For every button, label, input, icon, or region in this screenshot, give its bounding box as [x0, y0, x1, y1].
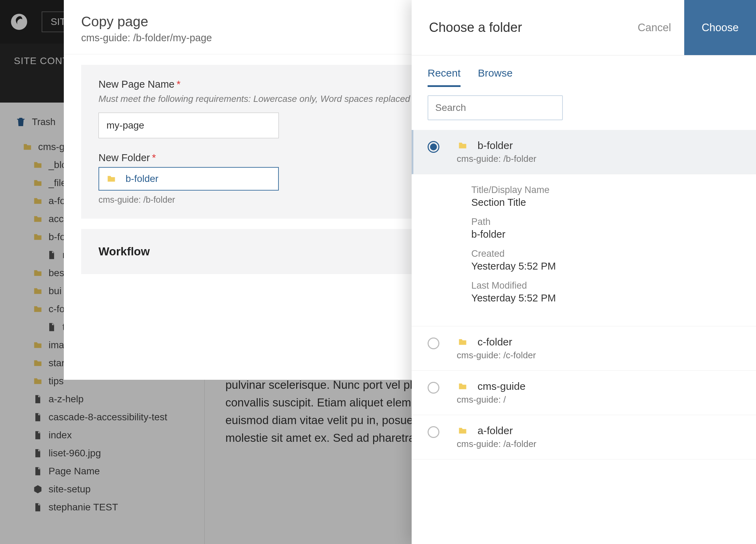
- detail-label: Last Modified: [471, 280, 746, 291]
- detail-value: b-folder: [471, 229, 746, 240]
- modal-title: Copy page: [81, 14, 463, 29]
- folder-name: c-folder: [478, 336, 512, 348]
- folder-list-item[interactable]: c-foldercms-guide: /c-folder: [412, 326, 756, 371]
- selected-folder-name: b-folder: [126, 173, 158, 184]
- panel-title: Choose a folder: [412, 0, 625, 55]
- folder-icon: [457, 337, 469, 347]
- page-name-label: New Page Name*: [98, 79, 445, 90]
- folder-list-item[interactable]: cms-guidecms-guide: /: [412, 371, 756, 415]
- folder-icon: [457, 426, 469, 436]
- workflow-card: Workflow: [81, 229, 463, 274]
- radio-button[interactable]: [428, 382, 439, 394]
- search-input[interactable]: [428, 95, 563, 120]
- choose-folder-panel: Choose a folder Cancel Choose Recent Bro…: [412, 0, 756, 544]
- detail-value: Section Title: [471, 197, 746, 208]
- folder-icon: [457, 381, 469, 391]
- detail-label: Created: [471, 248, 746, 259]
- page-name-input[interactable]: [98, 113, 279, 138]
- radio-button[interactable]: [428, 337, 439, 349]
- folder-name: cms-guide: [478, 380, 525, 392]
- folder-selector[interactable]: b-folder: [98, 167, 279, 191]
- folder-list: b-foldercms-guide: /b-folderTitle/Displa…: [412, 130, 756, 544]
- folder-name: b-folder: [478, 140, 513, 151]
- selected-folder-path: cms-guide: /b-folder: [98, 195, 445, 205]
- detail-value: Yesterday 5:52 PM: [471, 261, 746, 272]
- choose-button[interactable]: Choose: [684, 0, 756, 55]
- cancel-button[interactable]: Cancel: [625, 0, 685, 55]
- folder-name: a-folder: [478, 425, 513, 437]
- tab-browse[interactable]: Browse: [478, 67, 513, 87]
- folder-path: cms-guide: /c-folder: [457, 350, 746, 361]
- folder-icon: [457, 141, 469, 150]
- workflow-title: Workflow: [98, 245, 445, 258]
- modal-path: cms-guide: /b-folder/my-page: [81, 32, 463, 44]
- folder-list-item[interactable]: a-foldercms-guide: /a-folder: [412, 415, 756, 459]
- tab-recent[interactable]: Recent: [428, 67, 461, 87]
- fields-card: New Page Name* Must meet the following r…: [81, 65, 463, 219]
- detail-label: Title/Display Name: [471, 185, 746, 195]
- radio-button[interactable]: [428, 141, 439, 153]
- folder-icon: [105, 174, 117, 184]
- detail-label: Path: [471, 217, 746, 227]
- folder-details: Title/Display NameSection TitlePathb-fol…: [412, 174, 756, 326]
- folder-path: cms-guide: /a-folder: [457, 439, 746, 449]
- detail-value: Yesterday 5:52 PM: [471, 292, 746, 304]
- folder-path: cms-guide: /b-folder: [457, 153, 746, 164]
- radio-button[interactable]: [428, 426, 439, 438]
- panel-tabs: Recent Browse: [412, 55, 756, 87]
- new-folder-label: New Folder*: [98, 152, 445, 164]
- panel-header: Choose a folder Cancel Choose: [412, 0, 756, 55]
- folder-path: cms-guide: /: [457, 394, 746, 405]
- folder-list-item[interactable]: b-foldercms-guide: /b-folder: [412, 130, 756, 174]
- page-name-help: Must meet the following requirements: Lo…: [98, 94, 445, 104]
